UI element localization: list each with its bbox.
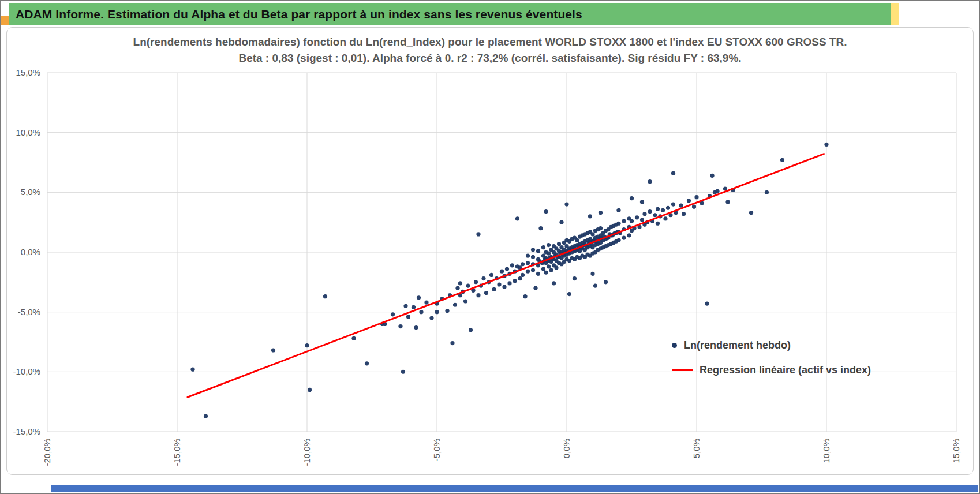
svg-text:15,0%: 15,0% <box>16 68 40 77</box>
legend-label-scatter: Ln(rendement hebdo) <box>684 339 791 351</box>
chart-container[interactable]: Ln(rendements hebdomadaires) fonction du… <box>6 27 974 475</box>
svg-text:0,0%: 0,0% <box>21 247 40 257</box>
corner-accent-orange <box>1 16 9 25</box>
svg-text:-5,0%: -5,0% <box>18 307 40 317</box>
svg-text:0,0%: 0,0% <box>562 439 571 458</box>
header-accent-yellow <box>891 3 899 25</box>
report-header-bar: ADAM Informe. Estimation du Alpha et du … <box>9 3 891 25</box>
scatter-series-marker-icon <box>672 343 677 348</box>
report-header-row: ADAM Informe. Estimation du Alpha et du … <box>1 3 979 25</box>
legend-item-regression[interactable]: Regression linéaire (actif vs index) <box>672 364 871 376</box>
svg-text:10,0%: 10,0% <box>821 439 831 463</box>
chart-legend: Ln(rendement hebdo) Regression linéaire … <box>672 339 871 376</box>
scatter-plot-svg: -20,0%-15,0%-10,0%-5,0%0,0%5,0%10,0%15,0… <box>7 28 973 474</box>
svg-text:-10,0%: -10,0% <box>13 366 40 376</box>
report-title: ADAM Informe. Estimation du Alpha et du … <box>9 8 582 21</box>
legend-item-scatter[interactable]: Ln(rendement hebdo) <box>672 339 871 351</box>
spreadsheet-report-page: { "header": { "title": "ADAM Informe. Es… <box>0 0 980 494</box>
svg-text:15,0%: 15,0% <box>951 439 961 463</box>
svg-text:-15,0%: -15,0% <box>172 439 182 466</box>
svg-text:5,0%: 5,0% <box>691 439 701 458</box>
svg-text:-20,0%: -20,0% <box>42 439 52 466</box>
bottom-accent-bar <box>51 485 978 492</box>
svg-text:10,0%: 10,0% <box>16 128 40 137</box>
svg-text:-10,0%: -10,0% <box>302 439 312 466</box>
svg-text:-5,0%: -5,0% <box>432 439 442 461</box>
regression-line-marker-icon <box>672 369 693 371</box>
legend-label-regression: Regression linéaire (actif vs index) <box>700 364 871 376</box>
svg-text:5,0%: 5,0% <box>21 187 40 197</box>
svg-text:-15,0%: -15,0% <box>13 426 40 436</box>
